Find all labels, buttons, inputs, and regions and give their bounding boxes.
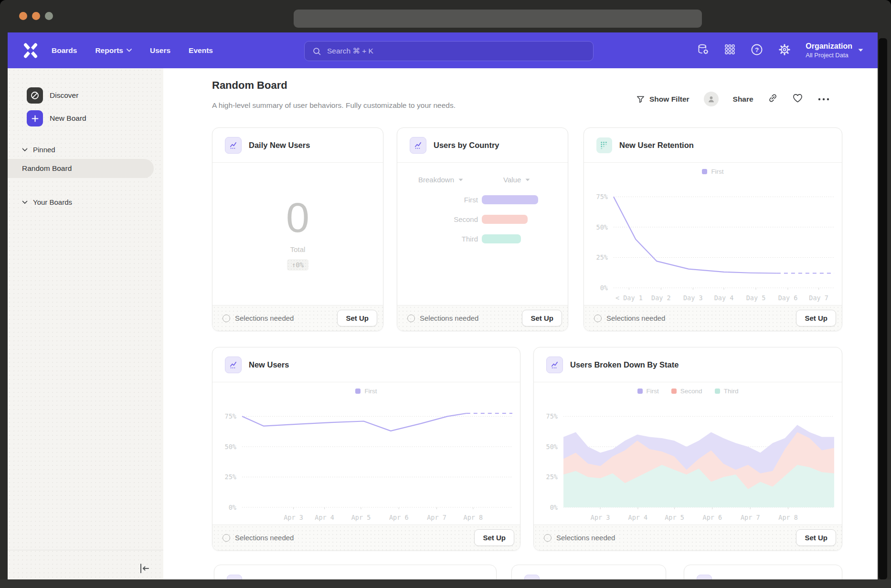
set-up-button[interactable]: Set Up xyxy=(796,310,836,326)
status-text: Selections needed xyxy=(235,534,294,542)
svg-text:Day 4: Day 4 xyxy=(714,294,734,302)
svg-text:50%: 50% xyxy=(546,443,558,451)
caret-down-icon xyxy=(525,178,530,181)
status-circle-icon xyxy=(407,315,415,322)
org-switcher[interactable]: Organization All Project Data xyxy=(806,42,863,59)
svg-text:0%: 0% xyxy=(229,504,236,511)
sidebar-divider xyxy=(8,550,163,550)
search-placeholder: Search ⌘ + K xyxy=(327,47,373,55)
svg-text:Apr 6: Apr 6 xyxy=(703,514,722,521)
sidebar-item-random-board[interactable]: Random Board xyxy=(8,159,154,178)
metric-delta-badge: ↑0% xyxy=(287,259,308,271)
retention-chart: First75%50%25%0%< Day 1Day 2Day 3Day 4Da… xyxy=(584,162,842,305)
collapse-sidebar-button[interactable] xyxy=(138,562,151,577)
new-users-chart: First75%50%25%0%Apr 3Apr 4Apr 5Apr 6Apr … xyxy=(212,382,520,525)
card-footer: Selections needed Set Up xyxy=(397,305,568,331)
bar-row: First xyxy=(397,195,569,204)
set-up-button[interactable]: Set Up xyxy=(474,529,514,546)
svg-text:?: ? xyxy=(755,46,759,53)
window-zoom-button[interactable] xyxy=(45,12,53,20)
status-text: Selections needed xyxy=(606,314,665,322)
nav-events[interactable]: Events xyxy=(189,46,213,55)
plus-icon xyxy=(27,110,43,126)
user-avatar[interactable] xyxy=(704,92,719,106)
insights-chart-icon xyxy=(546,357,563,373)
insights-chart-icon xyxy=(225,357,242,373)
value-dropdown[interactable]: Value xyxy=(503,176,530,184)
sidebar-item-discover[interactable]: Discover xyxy=(27,87,78,104)
more-options-icon[interactable] xyxy=(817,95,830,104)
status-circle-icon xyxy=(223,315,230,322)
search-input[interactable]: Search ⌘ + K xyxy=(304,41,594,61)
svg-text:75%: 75% xyxy=(225,412,236,420)
svg-text:Day 6: Day 6 xyxy=(778,294,798,302)
chevron-down-icon xyxy=(127,49,132,52)
svg-text:25%: 25% xyxy=(225,473,236,481)
bar xyxy=(482,215,528,224)
nav-users[interactable]: Users xyxy=(150,46,170,55)
svg-text:25%: 25% xyxy=(596,253,608,261)
svg-text:Day 3: Day 3 xyxy=(683,294,703,302)
set-up-button[interactable]: Set Up xyxy=(337,310,377,326)
scrollbar[interactable] xyxy=(879,38,887,579)
sidebar-section-your-boards[interactable]: Your Boards xyxy=(22,198,72,206)
nav-reports[interactable]: Reports xyxy=(95,46,132,55)
bar-row: Third xyxy=(397,234,569,243)
svg-text:Apr 8: Apr 8 xyxy=(464,514,483,521)
person-icon xyxy=(707,95,715,103)
svg-text:0%: 0% xyxy=(600,284,608,292)
breakdown-dropdown[interactable]: Breakdown xyxy=(418,176,463,184)
share-button[interactable]: Share xyxy=(733,95,753,104)
card-title: New Users xyxy=(249,360,289,369)
settings-gear-icon[interactable] xyxy=(778,43,791,58)
set-up-button[interactable]: Set Up xyxy=(796,529,836,546)
set-up-button[interactable]: Set Up xyxy=(522,310,562,326)
country-bars: FirstSecondThird xyxy=(397,195,569,281)
copy-link-icon[interactable] xyxy=(768,93,778,105)
status-text: Selections needed xyxy=(420,314,478,322)
discover-icon xyxy=(27,87,43,104)
apps-grid-icon[interactable] xyxy=(724,43,736,57)
nav-boards[interactable]: Boards xyxy=(52,46,77,55)
page-subtitle: A high-level summary of user behaviors. … xyxy=(212,101,456,110)
svg-text:Apr 8: Apr 8 xyxy=(778,514,798,521)
status-circle-icon xyxy=(594,315,602,322)
show-filter-button[interactable]: Show Filter xyxy=(636,95,689,104)
card-footer: Selections needed Set Up xyxy=(584,305,842,331)
caret-down-icon xyxy=(858,49,863,52)
card-new-users: New Users First75%50%25%0%Apr 3Apr 4Apr … xyxy=(212,347,520,551)
card-title: Users by Country xyxy=(434,141,499,150)
card-footer: Selections needed Set Up xyxy=(212,525,520,550)
card-users-by-state: Users Broken Down By State FirstSecondTh… xyxy=(533,347,842,551)
sidebar-item-label: Discover xyxy=(50,91,78,100)
chart-legend: First xyxy=(584,168,842,175)
data-management-icon[interactable] xyxy=(697,43,710,58)
svg-text:Apr 3: Apr 3 xyxy=(284,514,303,521)
card-footer: Selections needed Set Up xyxy=(534,525,842,550)
svg-text:Day 7: Day 7 xyxy=(809,294,828,302)
help-icon[interactable]: ? xyxy=(750,43,764,58)
sidebar-item-label: New Board xyxy=(50,114,86,123)
window-minimize-button[interactable] xyxy=(32,12,40,20)
retention-icon xyxy=(596,137,612,153)
card-title: Users Broken Down By State xyxy=(570,360,679,369)
sidebar-section-pinned[interactable]: Pinned xyxy=(22,146,55,154)
favorite-heart-icon[interactable] xyxy=(792,93,803,105)
insights-chart-icon xyxy=(225,137,242,154)
card-title: New User Retention xyxy=(619,141,694,150)
card-title: Daily New Users xyxy=(249,141,310,150)
legend-swatch-icon xyxy=(715,388,720,394)
svg-text:Day 5: Day 5 xyxy=(746,294,766,302)
bar-row: Second xyxy=(397,214,569,224)
svg-text:Apr 7: Apr 7 xyxy=(741,514,760,521)
metric-label: Total xyxy=(290,245,306,253)
bar-label: Third xyxy=(397,235,478,243)
svg-text:Apr 4: Apr 4 xyxy=(315,514,334,521)
status-text: Selections needed xyxy=(235,314,294,322)
sidebar-item-new-board[interactable]: New Board xyxy=(27,110,86,126)
browser-address-bar[interactable] xyxy=(294,10,702,28)
mixpanel-logo[interactable] xyxy=(22,42,39,61)
window-close-button[interactable] xyxy=(19,12,27,20)
svg-text:Day 2: Day 2 xyxy=(651,294,671,302)
svg-text:Apr 5: Apr 5 xyxy=(351,514,371,521)
